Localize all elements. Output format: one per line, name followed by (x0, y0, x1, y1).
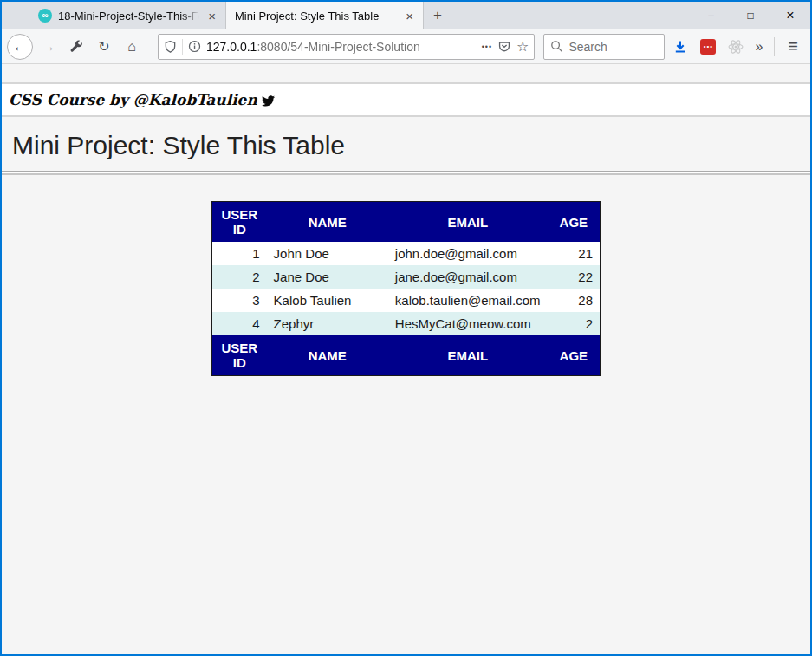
back-button[interactable]: ← (7, 34, 33, 60)
cell-age: 22 (548, 265, 601, 289)
titlebar: ∞ 18-Mini-Project-Style-This-For × Mini … (2, 2, 810, 29)
bookmark-star-icon[interactable]: ☆ (516, 40, 529, 54)
cell-userid: 3 (212, 289, 267, 312)
table-row: 2Jane Doejane.doe@gmail.com22 (212, 265, 601, 289)
page-actions-icon[interactable]: ••• (482, 42, 492, 51)
cell-userid: 4 (212, 312, 267, 335)
forward-arrow-icon: → (42, 39, 55, 55)
users-table-foot: USER IDNAMEEMAILAGE (212, 335, 601, 376)
cell-userid: 1 (212, 242, 267, 265)
tab-title: 18-Mini-Project-Style-This-For (58, 10, 199, 23)
table-row: 3Kalob Taulienkalob.taulien@email.com28 (212, 289, 601, 312)
cell-name: Zephyr (267, 312, 388, 335)
table-row: 1John Doejohn.doe@gmail.com21 (212, 242, 601, 265)
reload-button[interactable]: ↻ (92, 35, 116, 59)
header-cell-age: AGE (548, 202, 601, 243)
table-row: 4ZephyrHesMyCat@meow.com2 (212, 312, 601, 335)
cell-name: Kalob Taulien (267, 289, 388, 312)
home-button[interactable]: ⌂ (120, 35, 144, 59)
cell-email: HesMyCat@meow.com (388, 312, 548, 335)
twitter-bird-icon (262, 95, 275, 107)
wrench-icon (69, 40, 83, 54)
cell-email: john.doe@gmail.com (388, 242, 548, 265)
cell-age: 28 (548, 289, 601, 312)
course-banner: CSS Course by @KalobTaulien (2, 82, 810, 117)
download-icon (673, 40, 687, 54)
cell-name: Jane Doe (267, 265, 388, 289)
header-cell-age: AGE (548, 335, 601, 376)
users-table-body: 1John Doejohn.doe@gmail.com212Jane Doeja… (212, 242, 601, 335)
header-cell-userid: USER ID (212, 202, 267, 243)
tracking-protection-shield-icon (164, 40, 177, 54)
lastpass-button[interactable]: ••• (696, 35, 720, 59)
urlbar-separator (182, 39, 183, 55)
header-cell-userid: USER ID (212, 335, 267, 376)
tab-style-this-forms[interactable]: ∞ 18-Mini-Project-Style-This-For × (29, 2, 226, 29)
tab-favicon-icon: ∞ (38, 9, 52, 23)
table-header-row: USER IDNAMEEMAILAGE (212, 202, 601, 243)
tab-close-icon[interactable]: × (403, 9, 416, 23)
menu-icon[interactable]: ≡ (783, 36, 803, 56)
tab-close-icon[interactable]: × (205, 9, 218, 23)
cell-email: kalob.taulien@email.com (388, 289, 548, 312)
new-tab-button[interactable]: + (424, 2, 451, 29)
course-banner-text: CSS Course by @KalobTaulien (9, 91, 257, 108)
header-cell-email: EMAIL (388, 335, 548, 376)
minimize-button[interactable]: − (691, 2, 731, 29)
react-atom-icon (728, 39, 744, 55)
tab-strip: ∞ 18-Mini-Project-Style-This-For × Mini … (2, 2, 451, 29)
double-rule-divider (2, 171, 810, 175)
overflow-chevron-icon[interactable]: » (751, 39, 766, 55)
page-title: Mini Project: Style This Table (12, 131, 810, 160)
window-controls: − □ × (691, 2, 810, 29)
reload-icon: ↻ (98, 38, 109, 55)
page-content: CSS Course by @KalobTaulien Mini Project… (2, 64, 810, 654)
users-table: USER IDNAMEEMAILAGE 1John Doejohn.doe@gm… (211, 201, 601, 376)
cell-email: jane.doe@gmail.com (388, 265, 548, 289)
cell-name: John Doe (267, 242, 388, 265)
back-arrow-icon: ← (13, 39, 27, 55)
toolbar-separator (774, 37, 775, 56)
table-footer-row: USER IDNAMEEMAILAGE (212, 335, 601, 376)
url-host: 127.0.0.1 (206, 40, 257, 54)
navigation-toolbar: ← → ↻ ⌂ 127.0.0.1:8080/54-Mini- (2, 29, 810, 64)
cell-age: 21 (548, 242, 601, 265)
browser-window: ∞ 18-Mini-Project-Style-This-For × Mini … (0, 0, 812, 656)
header-cell-name: NAME (267, 202, 388, 243)
url-path: :8080/54-Mini-Project-Solution (257, 40, 419, 54)
search-input[interactable] (568, 40, 646, 54)
titlebar-drag-area (451, 2, 691, 29)
forward-button[interactable]: → (36, 35, 61, 59)
url-text: 127.0.0.1:8080/54-Mini-Project-Solution (206, 40, 477, 54)
search-icon (550, 40, 563, 53)
search-box[interactable] (543, 34, 665, 60)
tab-style-this-table[interactable]: Mini Project: Style This Table × (226, 2, 424, 29)
downloads-button[interactable] (668, 35, 692, 59)
lastpass-icon: ••• (700, 39, 716, 55)
cell-userid: 2 (212, 265, 267, 289)
header-cell-name: NAME (267, 335, 388, 376)
users-table-head: USER IDNAMEEMAILAGE (212, 202, 601, 243)
url-bar[interactable]: 127.0.0.1:8080/54-Mini-Project-Solution … (158, 34, 535, 60)
tab-title: Mini Project: Style This Table (235, 10, 397, 23)
maximize-button[interactable]: □ (731, 2, 770, 29)
close-button[interactable]: × (770, 2, 810, 29)
cell-age: 2 (548, 312, 601, 335)
pocket-icon[interactable] (497, 40, 511, 53)
wrench-button[interactable] (64, 35, 88, 59)
home-icon: ⌂ (127, 39, 136, 55)
header-cell-email: EMAIL (388, 202, 548, 243)
site-info-icon[interactable] (188, 40, 201, 53)
react-devtools-button[interactable] (724, 35, 748, 59)
